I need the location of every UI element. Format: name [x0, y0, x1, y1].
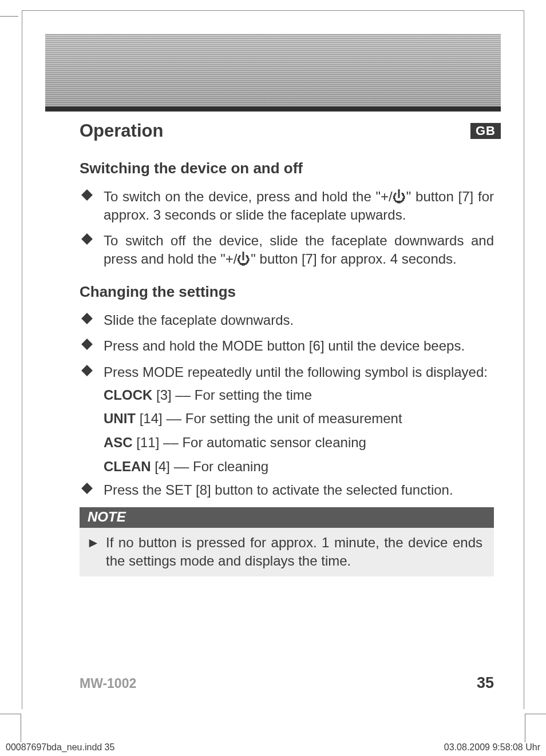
list-item: Press the SET [8] button to activate the… — [80, 481, 494, 499]
list-item-text: Slide the faceplate downwards. — [104, 312, 294, 328]
list-item: Slide the faceplate downwards. — [80, 311, 494, 329]
mode-item-clean: CLEAN [4] –– For cleaning — [104, 457, 494, 476]
header-row: Operation GB — [80, 121, 501, 141]
mode-label: UNIT — [104, 411, 136, 426]
footer-row: MW-1002 35 — [80, 674, 494, 692]
list-item-text: Press MODE repeatedly until the followin… — [104, 364, 488, 380]
crop-mark — [21, 714, 21, 742]
mode-item-asc: ASC [11] –– For automatic sensor cleanin… — [104, 433, 494, 452]
mode-desc: –– For automatic sensor cleaning — [163, 435, 366, 450]
section-title: Operation — [80, 121, 163, 141]
changing-list-final: Press the SET [8] button to activate the… — [80, 481, 494, 499]
subheading-changing: Changing the settings — [80, 283, 494, 301]
mode-item-clock: CLOCK [3] –– For setting the time — [104, 386, 494, 404]
mode-label: CLOCK — [104, 387, 152, 403]
list-item-text: Press and hold the MODE button [6] until… — [104, 338, 465, 353]
slug-file: 00087697bda_neu.indd 35 — [6, 742, 114, 753]
crop-mark — [0, 16, 18, 17]
list-item-text: To switch on the device, press and hold … — [104, 189, 494, 222]
slug-timestamp: 03.08.2009 9:58:08 Uhr — [444, 742, 540, 753]
header-banner — [45, 34, 501, 112]
mode-ref: [11] — [136, 435, 159, 450]
mode-list: CLOCK [3] –– For setting the time UNIT [… — [104, 386, 494, 476]
list-item: Press MODE repeatedly until the followin… — [80, 363, 494, 381]
mode-desc: –– For setting the unit of measurement — [166, 411, 402, 426]
mode-desc: –– For setting the time — [175, 387, 312, 403]
crop-mark — [525, 714, 525, 742]
list-item: To switch off the device, slide the face… — [80, 232, 494, 268]
diamond-bullet-icon — [81, 313, 93, 324]
note-box: NOTE ► If no button is pressed for appro… — [80, 507, 494, 576]
page-frame: Operation GB Switching the device on and… — [22, 10, 524, 709]
mode-desc: –– For cleaning — [174, 459, 268, 474]
diamond-bullet-icon — [81, 339, 93, 350]
diamond-bullet-icon — [81, 233, 93, 245]
crop-mark — [0, 714, 21, 714]
list-item-text: To switch off the device, slide the face… — [104, 233, 494, 266]
subheading-switching: Switching the device on and off — [80, 160, 494, 177]
diamond-bullet-icon — [81, 483, 93, 494]
note-text: If no button is pressed for approx. 1 mi… — [91, 534, 482, 570]
switching-list: To switch on the device, press and hold … — [80, 188, 494, 268]
list-item: To switch on the device, press and hold … — [80, 188, 494, 224]
list-item: Press and hold the MODE button [6] until… — [80, 337, 494, 355]
list-item-text: Press the SET [8] button to activate the… — [104, 482, 453, 498]
model-label: MW-1002 — [80, 676, 136, 691]
changing-list: Slide the faceplate downwards. Press and… — [80, 311, 494, 381]
mode-label: ASC — [104, 435, 133, 450]
diamond-bullet-icon — [81, 189, 93, 201]
page-number: 35 — [477, 674, 494, 692]
mode-ref: [14] — [140, 411, 163, 426]
note-body: ► If no button is pressed for approx. 1 … — [80, 528, 494, 576]
diamond-bullet-icon — [81, 365, 93, 376]
mode-ref: [4] — [155, 459, 170, 474]
arrow-icon: ► — [86, 534, 100, 552]
content-area: Switching the device on and off To switc… — [80, 160, 494, 576]
crop-mark — [525, 714, 546, 714]
note-title: NOTE — [80, 507, 494, 528]
mode-item-unit: UNIT [14] –– For setting the unit of mea… — [104, 409, 494, 428]
language-badge: GB — [470, 123, 501, 139]
mode-ref: [3] — [156, 387, 172, 403]
mode-label: CLEAN — [104, 459, 151, 474]
